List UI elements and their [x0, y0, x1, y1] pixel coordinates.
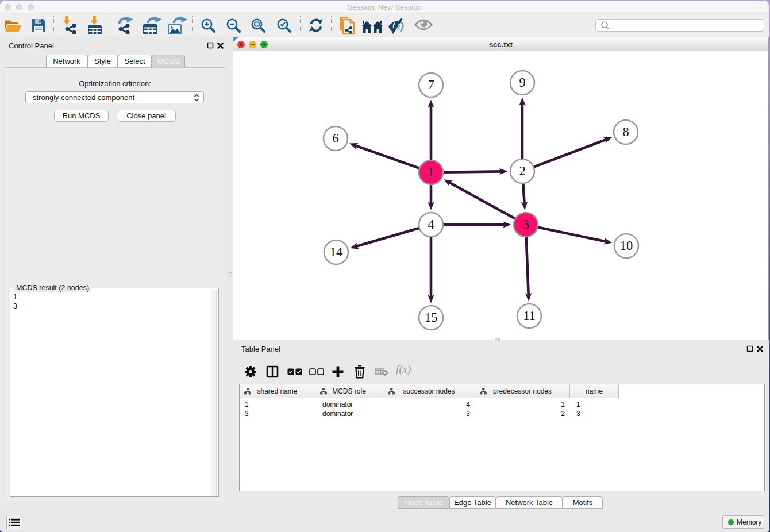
svg-text:6: 6: [332, 131, 338, 145]
svg-text:10: 10: [620, 238, 633, 253]
svg-text:11: 11: [523, 309, 536, 323]
svg-text:2: 2: [519, 164, 525, 178]
svg-text:3: 3: [522, 217, 529, 232]
svg-text:4: 4: [428, 217, 434, 232]
svg-text:14: 14: [330, 245, 343, 259]
svg-text:15: 15: [425, 310, 438, 325]
svg-text:9: 9: [519, 75, 525, 90]
svg-text:8: 8: [622, 125, 629, 139]
svg-text:1: 1: [428, 165, 434, 179]
svg-text:7: 7: [428, 78, 434, 92]
